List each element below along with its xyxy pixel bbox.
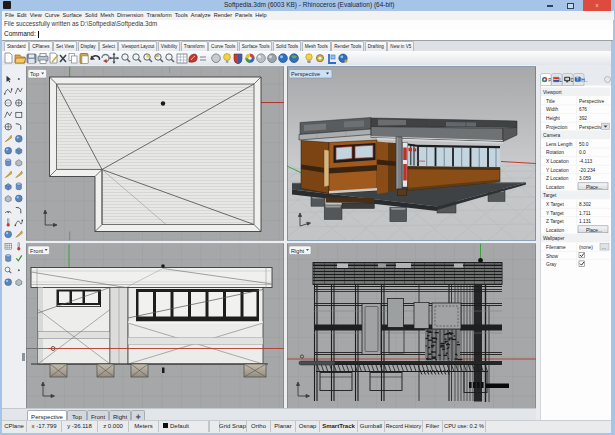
svg-text:392: 392 bbox=[579, 115, 587, 120]
svg-text:Location: Location bbox=[546, 227, 564, 232]
svg-text:Front: Front bbox=[30, 247, 44, 253]
svg-text:Projection: Projection bbox=[546, 124, 568, 129]
svg-text:X Location: X Location bbox=[546, 158, 569, 163]
svg-text:Perspective: Perspective bbox=[291, 71, 320, 77]
svg-text:-20.234: -20.234 bbox=[579, 167, 596, 172]
svg-text:Filename: Filename bbox=[546, 244, 566, 249]
svg-text:Location: Location bbox=[546, 184, 564, 189]
svg-text:(none): (none) bbox=[579, 244, 593, 249]
svg-text:1.711: 1.711 bbox=[579, 210, 591, 215]
svg-text:Target: Target bbox=[543, 193, 557, 198]
svg-text:Place...: Place... bbox=[586, 184, 602, 189]
svg-text:Show: Show bbox=[546, 253, 559, 258]
svg-text:Y Target: Y Target bbox=[546, 210, 564, 215]
svg-text:X Target: X Target bbox=[546, 201, 564, 206]
svg-text:Viewport: Viewport bbox=[543, 90, 562, 95]
svg-text:Title: Title bbox=[546, 98, 555, 103]
svg-text:-4.113: -4.113 bbox=[579, 158, 593, 163]
svg-text:Z Location: Z Location bbox=[546, 176, 569, 181]
svg-text:Camera: Camera bbox=[543, 133, 560, 138]
svg-text:Top: Top bbox=[30, 71, 39, 77]
svg-text:50.0: 50.0 bbox=[579, 141, 589, 146]
svg-text:3.059: 3.059 bbox=[579, 176, 591, 181]
svg-text:Right: Right bbox=[291, 247, 305, 253]
svg-text:Perspective: Perspective bbox=[579, 124, 604, 129]
svg-text:0.0: 0.0 bbox=[579, 150, 586, 155]
svg-text:Perspective: Perspective bbox=[579, 98, 604, 103]
svg-text:Gray: Gray bbox=[546, 262, 557, 267]
svg-text:Wallpaper: Wallpaper bbox=[543, 236, 565, 241]
svg-text:1.131: 1.131 bbox=[579, 219, 591, 224]
svg-text:Width: Width bbox=[546, 107, 559, 112]
svg-text:Place...: Place... bbox=[586, 227, 602, 232]
svg-text:H..: H.. bbox=[581, 77, 587, 83]
svg-text:Height: Height bbox=[546, 115, 561, 120]
svg-text:8.302: 8.302 bbox=[579, 201, 591, 206]
svg-text:...: ... bbox=[602, 244, 606, 249]
svg-text:Y Location: Y Location bbox=[546, 167, 569, 172]
svg-text:676: 676 bbox=[579, 107, 587, 112]
svg-text:Lens Length: Lens Length bbox=[546, 141, 573, 146]
svg-text:Rotation: Rotation bbox=[546, 150, 564, 155]
svg-text:Z Target: Z Target bbox=[546, 219, 564, 224]
